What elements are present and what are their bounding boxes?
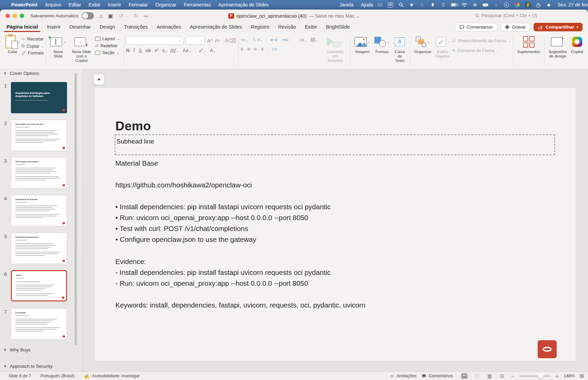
menu-apresentacao[interactable]: Apresentação de Slides (215, 2, 273, 7)
zoom-window-button[interactable] (20, 14, 24, 18)
new-slide-button[interactable]: +⌄ Novo Slide (48, 34, 68, 68)
slide-text-line[interactable]: Evidence: (115, 258, 146, 266)
tab-transicoes[interactable]: Transições (119, 22, 152, 32)
slideshow-view-button[interactable]: ⊡ (499, 373, 506, 379)
cut-button[interactable]: ✂Recortar (22, 36, 44, 42)
menu-inserir[interactable]: Inserir (104, 2, 125, 7)
menu-powerpoint[interactable]: PowerPoint (7, 2, 41, 7)
wifi-icon[interactable] (461, 2, 468, 8)
tab-inserir[interactable]: Inserir (43, 22, 65, 32)
play-circle-icon[interactable]: ▸ (504, 2, 510, 8)
menu-editar[interactable]: Editar (65, 2, 85, 7)
clock-icon[interactable]: ◷ (535, 2, 541, 8)
assistant-icon[interactable]: ⚙ (472, 2, 478, 8)
shape-outline-button[interactable]: ✎Contorno da Forma⌄ (452, 48, 511, 53)
zoom-slider[interactable] (519, 376, 551, 377)
document-title[interactable]: openclaw_oci_apresentacao (40) (236, 13, 307, 19)
menubar-date[interactable]: Sex. 27 de fev. (558, 2, 588, 7)
thumbnail-slide-2[interactable]: Introdução com Caso de Uso (11, 120, 67, 151)
paste-button[interactable]: ⌄ Colar (3, 34, 22, 68)
tab-apresentacao[interactable]: Apresentação de Slides (185, 22, 246, 32)
italic-button[interactable]: I (133, 48, 135, 53)
tab-exibir[interactable]: Exibir (300, 22, 322, 32)
section-cover-options[interactable]: ▼Cover Options (0, 71, 39, 76)
strikethrough-button[interactable]: ab (146, 48, 151, 53)
convert-smartart-button[interactable]: ⌄ Converter em SmartArt (322, 34, 348, 68)
accessibility-status[interactable]: ✍ Acessibilidade: investigar (84, 374, 140, 379)
clear-formatting-button[interactable]: A⌫ (225, 37, 236, 44)
new-slide-copilot-button[interactable]: ≡✦ Novo Slide com o Copilot (68, 34, 95, 68)
increase-font-button[interactable]: A^ (207, 38, 213, 44)
justify-button[interactable]: ≡ (261, 46, 264, 52)
more-commands-icon[interactable]: ••• (144, 14, 149, 18)
document-save-status[interactable]: — Salvo no meu Mac ⌄ (309, 13, 360, 19)
slide-bullet[interactable]: • Test with curl: POST /v1/chat/completi… (115, 225, 248, 233)
format-painter-button[interactable]: 🖉Formato (22, 51, 44, 55)
decrease-indent-button[interactable]: ⇤≡ (271, 37, 278, 43)
comments-button[interactable]: Comentários (455, 23, 497, 31)
zoom-slider-knob[interactable] (538, 373, 543, 379)
thumbnail-slide-4[interactable]: Arquitetura da Solução (11, 195, 67, 226)
tab-revisao[interactable]: Revisão (274, 22, 300, 32)
language-selector[interactable]: Português (Brasil) (40, 374, 75, 378)
reading-view-button[interactable]: ▥ (486, 373, 493, 379)
undo-icon[interactable]: ↺ (119, 13, 123, 19)
castle-icon[interactable]: ♜ (430, 2, 436, 8)
insert-shapes-button[interactable]: ⌄ Formas (372, 34, 392, 68)
app-badge-icon[interactable] (525, 2, 531, 8)
change-case-button[interactable]: Aa⌄ (182, 48, 191, 53)
save-icon[interactable]: ▣ (108, 13, 113, 19)
insert-textbox-button[interactable]: A Caixa de Texto (392, 34, 408, 68)
slide-text-line[interactable]: Material Base (115, 159, 158, 167)
chevron-left-icon[interactable]: ‹ (493, 2, 499, 8)
subscript-button[interactable]: x₂ (162, 48, 166, 53)
shape-fill-button[interactable]: 🝆Preenchimento da Forma⌄ (452, 38, 511, 43)
font-size-select[interactable]: ⌄ (186, 36, 205, 45)
notes-button[interactable]: ≐ Anotações (390, 374, 416, 379)
pill-icon[interactable] (483, 2, 489, 8)
underline-button[interactable]: S (138, 48, 142, 53)
line-spacing-button[interactable]: ↕≡⌄ (298, 37, 307, 43)
slide-keywords-line[interactable]: Keywords: install, dependencies, fastapi… (115, 301, 365, 309)
slide-editor[interactable]: Demo Subhead line Material Base https://… (95, 88, 576, 361)
shield-icon[interactable]: ♘ (419, 2, 425, 8)
decrease-font-button[interactable]: A˅ (215, 38, 220, 43)
menu-ajuda[interactable]: Ajuda (357, 2, 377, 7)
slide-title[interactable]: Demo (115, 119, 151, 133)
align-center-button[interactable]: ≡ (247, 46, 250, 52)
close-window-button[interactable] (5, 14, 10, 18)
undo-chevron-icon[interactable]: ⌄ (125, 14, 128, 18)
slide-counter[interactable]: Slide 6 de 7 (9, 374, 31, 378)
zoom-percentage[interactable]: 148% (564, 374, 574, 378)
copilot-button[interactable]: Copilot (569, 34, 585, 68)
zoom-in-button[interactable]: + (556, 373, 559, 379)
fast-user-switch-icon[interactable]: ☻ (546, 2, 552, 8)
thumbnail-slide-5[interactable]: Problemas Encontrados (11, 233, 67, 264)
slide-evidence-line[interactable]: - Run: uvicorn oci_openai_proxy:app --ho… (115, 279, 308, 287)
redo-icon[interactable]: ↻ (133, 13, 138, 19)
section-why-buys[interactable]: ▼Why Buys (0, 347, 31, 352)
tab-animacoes[interactable]: Animações (152, 22, 185, 32)
menu-janela[interactable]: Janela (336, 2, 357, 7)
font-name-select[interactable]: ⌄ (126, 36, 184, 45)
align-right-button[interactable]: ≡ (254, 46, 257, 52)
dropbox-icon[interactable]: ❖ (409, 2, 415, 8)
sidebar-scrollbar[interactable] (75, 73, 77, 345)
spotlight-search-icon[interactable] (398, 2, 404, 8)
text-direction-button[interactable]: ↕≡ (272, 46, 277, 52)
autosave-toggle[interactable] (82, 12, 94, 19)
launchpad-grid-icon[interactable] (377, 2, 383, 8)
tab-design[interactable]: Design (95, 22, 119, 32)
share-button[interactable]: Compartilhar ▾ (534, 23, 583, 31)
section-approach-security[interactable]: ▼Approach to Security (0, 364, 52, 369)
slide-bullet[interactable]: • Install dependencies: pip install fast… (115, 203, 331, 211)
subhead-placeholder[interactable]: Subhead line (115, 134, 555, 155)
menu-arquivo[interactable]: Arquivo (41, 2, 65, 7)
battery-icon[interactable] (451, 2, 457, 8)
thumbnail-slide-7[interactable]: Conclusão (11, 308, 67, 340)
designer-sparkle-button[interactable]: ✦ ✧ (94, 75, 104, 85)
reset-button[interactable]: ↺Redefinir (95, 43, 122, 48)
menu-ferramentas[interactable]: Ferramentas (180, 2, 214, 7)
comments-panel-button[interactable]: Comentários (422, 374, 453, 378)
slide-url-line[interactable]: https://github.com/hoshikawa2/openclaw-o… (115, 181, 252, 189)
